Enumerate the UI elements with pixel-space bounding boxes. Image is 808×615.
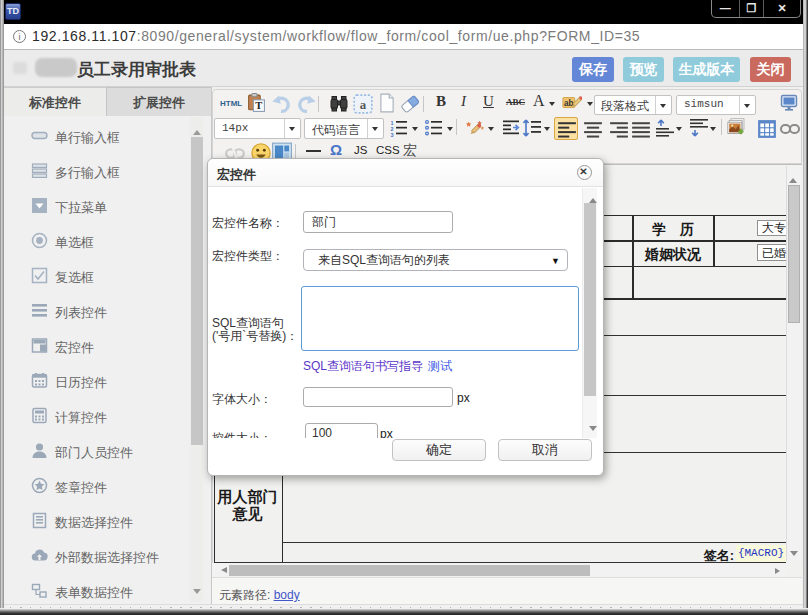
svg-text:ab: ab	[564, 99, 574, 108]
svg-text:3: 3	[391, 132, 394, 138]
svg-text:a: a	[360, 97, 367, 112]
svg-text:T: T	[255, 100, 262, 111]
